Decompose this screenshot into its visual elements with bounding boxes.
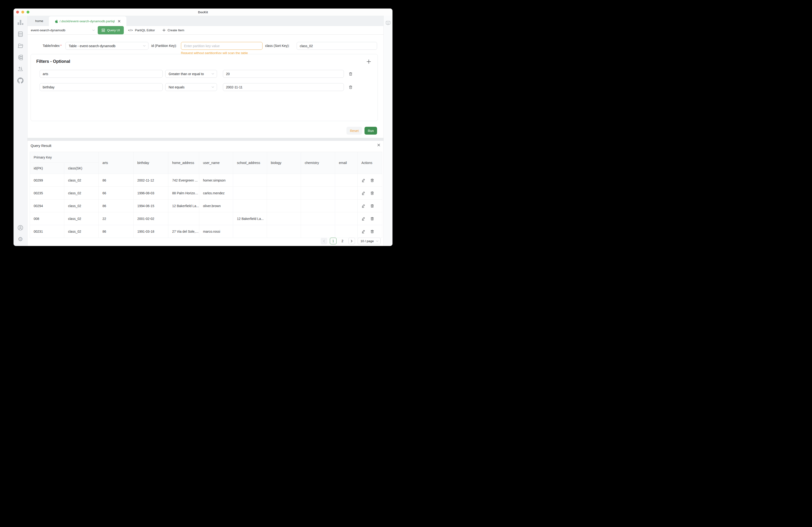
table-index-select[interactable]: Table - event-search-dynamodb	[66, 42, 148, 50]
cell-user_name: oliver.brown	[199, 199, 233, 212]
cell-class: class_02	[64, 174, 99, 187]
cell-birthday: 2001-02-02	[133, 212, 169, 225]
add-filter-icon[interactable]	[366, 59, 371, 64]
query-ui-tab-button[interactable]: Query UI	[98, 26, 124, 34]
schema-tree-icon[interactable]	[17, 54, 24, 60]
cell-class: class_02	[64, 212, 99, 225]
close-window-button[interactable]	[16, 11, 19, 14]
minimize-window-button[interactable]	[21, 11, 24, 14]
cell-actions	[358, 225, 382, 238]
cell-id: 008	[30, 212, 64, 225]
partiql-editor-tab-button[interactable]: </> PartiQL Editor	[124, 26, 159, 34]
cell-home_address: 88 Palm Horizon...	[169, 187, 199, 199]
cell-arts: 22	[99, 212, 133, 225]
tab-home-label: home	[35, 19, 43, 23]
table-row: 00231class_02861991-03-1827 Via del Sole…	[30, 225, 382, 238]
feedback-chat-icon[interactable]	[386, 20, 391, 26]
cell-school_address	[233, 187, 267, 199]
filter-field-input[interactable]	[40, 70, 163, 78]
cell-biology	[267, 174, 301, 187]
sort-key-label: class (Sort Key):	[265, 42, 290, 50]
cell-biology	[267, 225, 301, 238]
dockit-logo-icon	[17, 19, 24, 26]
column-header: birthday	[133, 152, 169, 174]
cell-email	[335, 212, 358, 225]
delete-row-icon[interactable]	[370, 191, 374, 195]
connections-icon[interactable]	[17, 31, 24, 37]
cell-home_address: 742 Evergreen ...	[169, 174, 199, 187]
page-size-select[interactable]: 10 / page	[358, 238, 381, 244]
user-profile-icon[interactable]	[17, 225, 24, 231]
titlebar: DocKit	[14, 9, 392, 16]
pagination-page-2[interactable]: 2	[339, 238, 346, 244]
table-row: 00299class_02862002-11-12742 Evergreen .…	[30, 174, 382, 187]
chevron-down-icon	[376, 240, 378, 242]
column-header: biology	[267, 152, 301, 174]
cell-arts: 86	[99, 199, 133, 212]
sidebar: ⚙	[14, 16, 28, 246]
edit-row-icon[interactable]	[361, 216, 365, 221]
cell-id: 00294	[30, 199, 64, 212]
delete-row-icon[interactable]	[370, 204, 374, 208]
query-result-panel: Query Result Primary Key	[28, 141, 383, 246]
pagination-prev-button[interactable]	[321, 238, 327, 244]
chevron-down-icon	[92, 29, 95, 31]
tab-active-partiql-file[interactable]: /.dockit/event-search-dynamodb.partiql	[49, 16, 126, 26]
filter-operator-select[interactable]: Greater than or equal to	[165, 70, 217, 78]
import-export-icon[interactable]	[17, 66, 24, 72]
table-selector-dropdown[interactable]: event-search-dynamodb	[28, 26, 98, 34]
partition-key-input[interactable]	[181, 42, 262, 50]
settings-gear-icon[interactable]: ⚙	[17, 236, 24, 242]
column-header: email	[335, 152, 358, 174]
main-panel: home /.dockit/event-search-dynamodb.part…	[28, 16, 383, 246]
required-asterisk: *	[60, 44, 62, 48]
zoom-window-button[interactable]	[27, 11, 29, 14]
panel-resizer[interactable]	[28, 138, 383, 141]
cell-user_name: carlos.mendez	[199, 187, 233, 199]
chevron-down-icon	[212, 86, 214, 88]
column-header-class-sk: class(SK)	[64, 163, 99, 174]
tab-active-label: /.dockit/event-search-dynamodb.partiql	[59, 19, 115, 23]
cell-email	[335, 199, 358, 212]
delete-row-icon[interactable]	[370, 178, 374, 182]
filter-operator-select[interactable]: Not equals	[165, 83, 217, 91]
result-table: Primary Key arts birthday home_address u…	[30, 152, 382, 238]
app-window: DocKit	[14, 9, 392, 246]
cell-class: class_02	[64, 187, 99, 199]
cell-user_name	[199, 212, 233, 225]
files-icon[interactable]	[17, 43, 24, 49]
tab-close-icon[interactable]	[118, 20, 120, 22]
column-header: arts	[99, 152, 133, 174]
edit-row-icon[interactable]	[361, 229, 365, 234]
close-result-icon[interactable]	[377, 144, 380, 147]
filter-field-input[interactable]	[40, 83, 163, 91]
reset-button[interactable]: Reset	[347, 127, 362, 135]
pagination-page-1[interactable]: 1	[330, 238, 336, 244]
tab-home[interactable]: home	[30, 16, 49, 26]
table-row: 008class_02222001-02-0212 Bakerfield La.…	[30, 212, 382, 225]
create-item-button[interactable]: Create Item	[159, 26, 188, 34]
delete-row-icon[interactable]	[370, 229, 374, 234]
filter-operator-value: Greater than or equal to	[169, 72, 204, 76]
run-button[interactable]: Run	[364, 127, 377, 135]
filter-value-input[interactable]	[223, 70, 344, 78]
table-selector-value: event-search-dynamodb	[31, 28, 66, 32]
delete-filter-icon[interactable]	[349, 72, 353, 76]
column-header: home_address	[169, 152, 199, 174]
delete-row-icon[interactable]	[370, 216, 374, 221]
github-icon[interactable]	[17, 77, 24, 84]
chevron-left-icon	[323, 240, 325, 242]
delete-filter-icon[interactable]	[349, 85, 353, 89]
pagination-next-button[interactable]	[348, 238, 355, 244]
edit-row-icon[interactable]	[361, 178, 365, 182]
edit-row-icon[interactable]	[361, 204, 365, 208]
partition-key-label: id (Partition Key):	[151, 42, 177, 50]
filter-value-input[interactable]	[223, 83, 344, 91]
edit-row-icon[interactable]	[361, 191, 365, 195]
table-row: 00235class_02661996-08-0388 Palm Horizon…	[30, 187, 382, 199]
filters-title: Filters - Optional	[36, 59, 70, 64]
column-header: user_name	[199, 152, 233, 174]
query-ui-label: Query UI	[107, 28, 120, 32]
cell-biology	[267, 199, 301, 212]
sort-key-input[interactable]	[297, 42, 377, 50]
